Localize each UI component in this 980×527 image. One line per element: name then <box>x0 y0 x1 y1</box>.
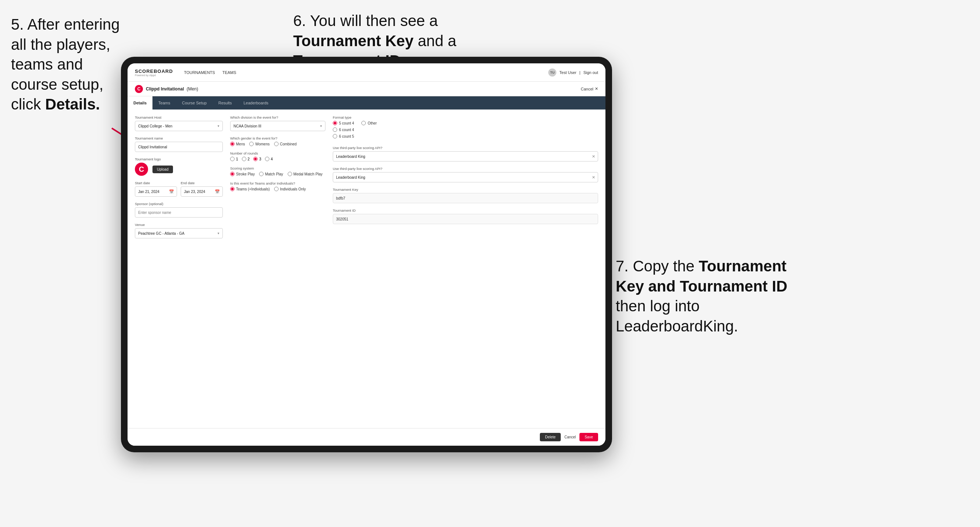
tournament-key-label: Tournament Key <box>333 187 598 192</box>
format-5count4[interactable]: 5 count 4 <box>333 121 354 125</box>
date-row: Start date 📅 End date 📅 <box>135 181 223 197</box>
third-party-1-label: Use third-party live scoring API? <box>333 146 598 150</box>
nav-teams[interactable]: TEAMS <box>223 70 236 75</box>
sign-out-link[interactable]: Sign out <box>584 70 598 75</box>
venue-group: Venue Peachtree GC - Atlanta - GA ▼ <box>135 223 223 238</box>
tournament-logo-label: Tournament logo <box>135 157 223 161</box>
save-button[interactable]: Save <box>579 433 598 441</box>
upload-button[interactable]: Upload <box>153 165 173 173</box>
nav-tournaments[interactable]: TOURNAMENTS <box>184 70 215 75</box>
cancel-header-btn[interactable]: Cancel ✕ <box>581 86 598 91</box>
sponsor-group: Sponsor (optional) <box>135 202 223 217</box>
tournament-host-select[interactable]: Clippd College - Men <box>135 121 223 131</box>
tournament-header: C Clippd Invitational (Men) Cancel ✕ <box>127 82 605 96</box>
end-date-label: End date <box>181 181 223 185</box>
gender-group: Which gender is the event for? Mens Wome… <box>230 136 325 146</box>
round-4[interactable]: 4 <box>265 157 273 161</box>
start-date-field: Start date 📅 <box>135 181 177 197</box>
scoring-medal[interactable]: Medal Match Play <box>288 172 323 176</box>
tablet-device: SCOREBOARD Powered by clippd TOURNAMENTS… <box>121 57 612 452</box>
format-6count5[interactable]: 6 count 5 <box>333 134 354 138</box>
annotation-left: 5. After entering all the players, teams… <box>11 15 121 114</box>
tab-leaderboards[interactable]: Leaderboards <box>237 96 274 110</box>
division-select-wrapper: NCAA Division III ▼ <box>230 121 325 131</box>
tournament-name-label: Tournament name <box>135 136 223 140</box>
teams-radio-group: Teams (+Individuals) Individuals Only <box>230 187 325 191</box>
venue-select[interactable]: Peachtree GC - Atlanta - GA <box>135 228 223 238</box>
third-party-1-input[interactable] <box>333 151 598 162</box>
tournament-id-input[interactable] <box>333 214 598 224</box>
tab-results[interactable]: Results <box>213 96 238 110</box>
scoring-match[interactable]: Match Play <box>259 172 283 176</box>
round-2[interactable]: 2 <box>242 157 250 161</box>
scoring-stroke[interactable]: Stroke Play <box>230 172 255 176</box>
third-party-2-x-icon[interactable]: ✕ <box>592 175 595 180</box>
tournament-id-group: Tournament ID <box>333 208 598 224</box>
format-6count4[interactable]: 6 count 4 <box>333 127 354 132</box>
scoring-group: Scoring system Stroke Play Match Play <box>230 166 325 176</box>
rounds-group: Number of rounds 1 2 3 <box>230 151 325 161</box>
individuals-only[interactable]: Individuals Only <box>274 187 306 191</box>
middle-column: Which division is the event for? NCAA Di… <box>230 115 325 422</box>
third-party-2-input[interactable] <box>333 172 598 183</box>
format-right: Other <box>361 121 377 141</box>
scoring-label: Scoring system <box>230 166 325 170</box>
tournament-logo-c: C <box>135 85 143 93</box>
content-area: Tournament Host Clippd College - Men ▼ T… <box>127 110 605 428</box>
third-party-2-group: Use third-party live scoring API? ✕ <box>333 167 598 183</box>
calendar-icon-end: 📅 <box>215 189 220 194</box>
scoring-radio-group: Stroke Play Match Play Medal Match Play <box>230 172 325 176</box>
round-3[interactable]: 3 <box>253 157 261 161</box>
tournament-name-group: Tournament name <box>135 136 223 152</box>
delete-button[interactable]: Delete <box>540 433 561 441</box>
tournament-name-input[interactable] <box>135 142 223 152</box>
gender-radio-group: Mens Womens Combined <box>230 142 325 146</box>
third-party-1-x-icon[interactable]: ✕ <box>592 154 595 159</box>
third-party-2-label: Use third-party live scoring API? <box>333 167 598 171</box>
gender-womens[interactable]: Womens <box>249 142 269 146</box>
logo-upload-area: C Upload <box>135 163 223 176</box>
third-party-1-group: Use third-party live scoring API? ✕ <box>333 146 598 162</box>
division-group: Which division is the event for? NCAA Di… <box>230 115 325 131</box>
rounds-label: Number of rounds <box>230 151 325 155</box>
tournament-host-label: Tournament Host <box>135 115 223 119</box>
gender-combined[interactable]: Combined <box>274 142 297 146</box>
tournament-key-group: Tournament Key <box>333 187 598 203</box>
tab-details[interactable]: Details <box>127 96 153 110</box>
end-date-field: End date 📅 <box>181 181 223 197</box>
teams-plus-individuals[interactable]: Teams (+Individuals) <box>230 187 270 191</box>
format-type-group: Format type 5 count 4 6 count 4 <box>333 115 598 141</box>
format-other[interactable]: Other <box>361 121 377 125</box>
tab-course-setup[interactable]: Course Setup <box>176 96 212 110</box>
nav-links: TOURNAMENTS TEAMS <box>184 70 548 75</box>
start-date-label: Start date <box>135 181 177 185</box>
division-label: Which division is the event for? <box>230 115 325 119</box>
nav-right: TU Test User | Sign out <box>548 68 598 76</box>
annotation-bottom-right: 7. Copy the Tournament Key and Tournamen… <box>616 256 792 336</box>
tournament-key-input[interactable] <box>333 193 598 203</box>
division-select[interactable]: NCAA Division III <box>230 121 325 131</box>
teams-group: Is this event for Teams and/or Individua… <box>230 181 325 191</box>
right-column: Format type 5 count 4 6 count 4 <box>333 115 598 422</box>
tournament-host-select-wrapper: Clippd College - Men ▼ <box>135 121 223 131</box>
teams-label: Is this event for Teams and/or Individua… <box>230 181 325 185</box>
end-date-wrapper: 📅 <box>181 186 223 197</box>
venue-label: Venue <box>135 223 223 227</box>
round-1[interactable]: 1 <box>230 157 238 161</box>
gender-mens[interactable]: Mens <box>230 142 245 146</box>
tablet-screen: SCOREBOARD Powered by clippd TOURNAMENTS… <box>127 63 605 446</box>
format-left: 5 count 4 6 count 4 6 count 5 <box>333 121 354 141</box>
sponsor-input[interactable] <box>135 207 223 217</box>
user-avatar: TU <box>548 68 556 76</box>
left-column: Tournament Host Clippd College - Men ▼ T… <box>135 115 223 422</box>
sponsor-label: Sponsor (optional) <box>135 202 223 206</box>
third-party-2-input-wrapper: ✕ <box>333 172 598 183</box>
logo-text: SCOREBOARD <box>135 68 173 74</box>
tab-teams[interactable]: Teams <box>153 96 176 110</box>
format-options-container: 5 count 4 6 count 4 6 count 5 <box>333 121 598 141</box>
venue-select-wrapper: Peachtree GC - Atlanta - GA ▼ <box>135 228 223 238</box>
logo-sub: Powered by clippd <box>135 74 173 76</box>
tournament-logo-group: Tournament logo C Upload <box>135 157 223 176</box>
footer-cancel-button[interactable]: Cancel <box>565 435 576 439</box>
tab-bar: Details Teams Course Setup Results Leade… <box>127 96 605 110</box>
